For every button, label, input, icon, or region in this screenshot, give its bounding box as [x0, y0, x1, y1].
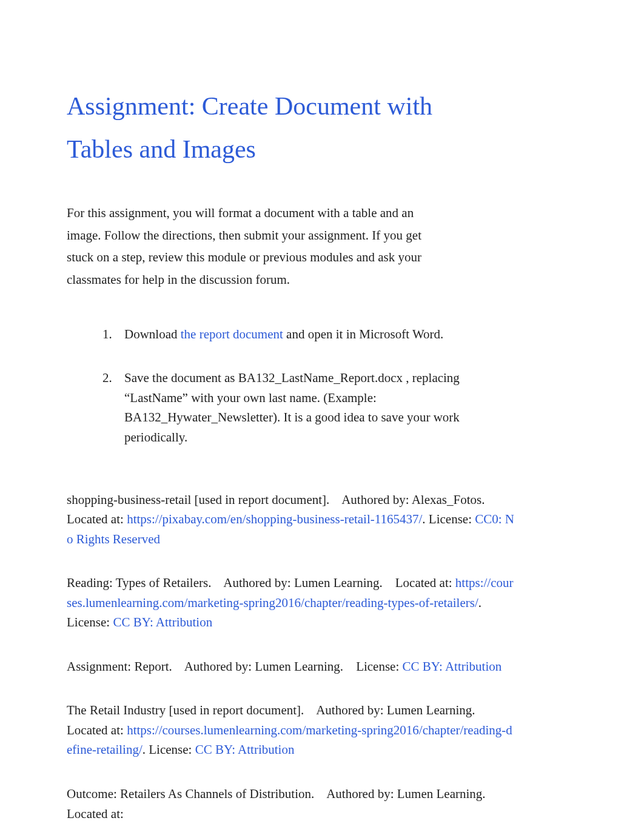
ref-authored-by-label: Authored by [326, 786, 391, 801]
ref-name: Assignment: Report. [67, 659, 172, 674]
sep: : [106, 615, 113, 629]
ref-location-link[interactable]: https://pixabay.com/en/shopping-business… [127, 512, 422, 526]
ref-authored-by-label: Authored by [184, 659, 249, 674]
spacer [333, 492, 340, 507]
sep: : [189, 742, 195, 757]
step-2-filename: BA132_LastName_Report.docx [238, 371, 403, 385]
ref-license-link[interactable]: CC BY: Attribution [113, 615, 212, 629]
sep: : [120, 512, 127, 526]
spacer [318, 786, 324, 801]
ref-license-link[interactable]: CC BY: Attribution [195, 742, 295, 757]
ref-authored-by-label: Authored by [316, 703, 380, 717]
sep: . [478, 595, 481, 610]
sep: : [406, 492, 412, 507]
ref-located-at-label: Located at [395, 575, 449, 590]
sep: : [380, 703, 387, 717]
spacer [386, 575, 392, 590]
document-page: Assignment: Create Document with Tables … [0, 0, 644, 823]
ref-name: Outcome: Retailers As Channels of Distri… [67, 786, 314, 801]
spacer [215, 575, 221, 590]
reference-item: Outcome: Retailers As Channels of Distri… [67, 784, 515, 823]
sep: . [143, 742, 149, 757]
reference-item: shopping-business-retail [used in report… [67, 490, 515, 549]
sep: : [449, 575, 455, 590]
page-title: Assignment: Create Document with Tables … [67, 85, 491, 172]
sep: : [120, 806, 124, 821]
sep: : [395, 659, 402, 674]
ref-license-label: License [67, 615, 106, 629]
ref-name: shopping-business-retail [used in report… [67, 492, 329, 507]
ref-name: Reading: Types of Retailers. [67, 575, 211, 590]
spacer [175, 659, 182, 674]
reference-item: Assignment: Report. Authored by: Lumen L… [67, 657, 515, 677]
ref-author: Lumen Learning. [387, 703, 475, 717]
ref-author: Lumen Learning. [255, 659, 343, 674]
reference-item: Reading: Types of Retailers. Authored by… [67, 573, 515, 632]
sep: : [287, 575, 294, 590]
spacer [478, 703, 485, 717]
instructions-list: Download the report document and open it… [103, 324, 577, 448]
step-1-text-before: Download [124, 327, 181, 341]
sep: : [391, 786, 397, 801]
sep: : [248, 659, 255, 674]
ref-license-label: License [356, 659, 395, 674]
sep: : [468, 512, 475, 526]
ref-license-label: License [429, 512, 468, 526]
intro-paragraph: For this assignment, you will format a d… [67, 202, 437, 291]
ref-license-link[interactable]: CC BY: Attribution [403, 659, 502, 674]
reference-item: The Retail Industry [used in report docu… [67, 700, 515, 760]
step-1: Download the report document and open it… [115, 324, 476, 344]
ref-authored-by-label: Authored by [223, 575, 287, 590]
ref-author: Lumen Learning. [397, 786, 486, 801]
spacer [307, 703, 314, 717]
step-2: Save the document as BA132_LastName_Repo… [115, 368, 476, 447]
sep: . [422, 512, 429, 526]
spacer [346, 659, 353, 674]
step-2-text-before: Save the document as [124, 371, 238, 385]
step-1-text-after: and open it in Microsoft Word. [286, 327, 443, 341]
ref-authored-by-label: Authored by [341, 492, 406, 507]
ref-located-at-label: Located at [67, 723, 120, 737]
ref-author: Lumen Learning. [294, 575, 383, 590]
ref-name: The Retail Industry [used in report docu… [67, 703, 304, 717]
ref-located-at-label: Located at [67, 806, 120, 821]
ref-license-label: License [149, 742, 188, 757]
sep: : [120, 723, 124, 737]
report-document-link[interactable]: the report document [181, 327, 283, 341]
ref-author: Alexas_Fotos. [412, 492, 485, 507]
ref-located-at-label: Located at [67, 512, 120, 526]
